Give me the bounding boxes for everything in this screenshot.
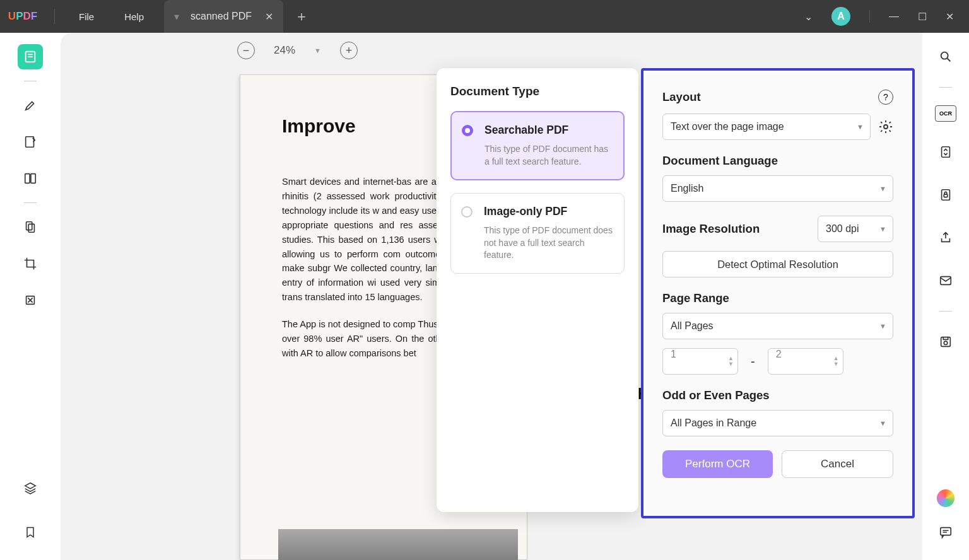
select-value: 300 dpi (826, 223, 859, 235)
separator (939, 311, 952, 312)
divider (869, 10, 870, 23)
svg-point-14 (944, 341, 948, 345)
radio-icon (462, 125, 473, 136)
page-to-input[interactable]: 2 ▲▼ (768, 348, 843, 375)
menu-file[interactable]: File (64, 11, 109, 22)
tab-marker-icon: ▾ (174, 11, 179, 23)
menu-help[interactable]: Help (109, 11, 159, 22)
zoom-out-button[interactable]: − (237, 42, 255, 59)
save-icon[interactable] (933, 329, 958, 354)
share-icon[interactable] (933, 225, 958, 250)
layout-label: Layout (662, 90, 701, 104)
svg-rect-5 (28, 224, 34, 232)
separator (24, 81, 37, 81)
zoom-value: 24% (274, 44, 295, 57)
svg-rect-3 (30, 174, 35, 184)
resolution-select[interactable]: 300 dpi ▼ (818, 216, 893, 242)
convert-icon[interactable] (933, 139, 958, 165)
perform-ocr-button[interactable]: Perform OCR (662, 450, 773, 478)
title-bar: UPDF File Help ▾ scanned PDF ✕ ＋ ⌄ A — ☐… (0, 0, 969, 33)
minimize-icon[interactable]: — (889, 11, 899, 22)
bookmark-icon[interactable] (18, 520, 43, 545)
svg-rect-10 (942, 190, 950, 201)
detect-resolution-button[interactable]: Detect Optimal Resolution (662, 251, 893, 277)
left-toolbar (0, 33, 61, 560)
doctype-description: This type of PDF document does not have … (484, 225, 614, 262)
tab-add-button[interactable]: ＋ (283, 7, 320, 26)
svg-rect-4 (26, 222, 32, 230)
page-from-input[interactable]: 1 ▲▼ (662, 348, 738, 375)
doctype-title: Image-only PDF (484, 205, 614, 218)
chevron-down-icon: ▼ (857, 123, 864, 131)
chevron-down-icon: ▼ (879, 419, 886, 427)
chevron-down-icon: ▼ (879, 322, 886, 330)
language-label: Document Language (662, 154, 893, 168)
page-range-label: Page Range (662, 291, 893, 305)
workspace: − 24% ▼ + Improve Smart devices and inte… (0, 33, 969, 560)
ocr-icon[interactable]: OCR (935, 105, 956, 122)
doctype-searchable[interactable]: Searchable PDF This type of PDF document… (450, 111, 625, 180)
doctype-description: This type of PDF document has a full tex… (484, 143, 613, 168)
organize-tool-icon[interactable] (18, 214, 43, 240)
panel-title: Document Type (450, 85, 625, 98)
chevron-down-icon[interactable]: ⌄ (804, 11, 813, 23)
layout-select[interactable]: Text over the page image ▼ (662, 114, 871, 140)
select-value: All Pages (671, 320, 714, 332)
window-close-icon[interactable]: ✕ (946, 11, 954, 23)
select-value: Text over the page image (671, 121, 784, 132)
separator (939, 87, 952, 88)
select-value: English (671, 183, 703, 194)
gear-icon[interactable] (878, 119, 893, 134)
svg-rect-9 (942, 147, 950, 158)
separator (24, 202, 37, 203)
brand-icon[interactable] (937, 489, 954, 507)
document-type-panel: Document Type Searchable PDF This type o… (437, 68, 638, 512)
redact-tool-icon[interactable] (18, 288, 43, 313)
page-range-select[interactable]: All Pages ▼ (662, 313, 893, 339)
comment-icon[interactable] (933, 520, 958, 545)
layers-icon[interactable] (18, 475, 43, 501)
edit-tool-icon[interactable] (18, 129, 43, 155)
zoom-in-button[interactable]: + (340, 42, 358, 59)
language-select[interactable]: English ▼ (662, 175, 893, 202)
odd-even-select[interactable]: All Pages in Range ▼ (662, 410, 893, 436)
close-icon[interactable]: ✕ (265, 11, 273, 23)
avatar[interactable]: A (831, 7, 850, 26)
ocr-settings-panel: Layout ? Text over the page image ▼ Docu… (641, 68, 915, 518)
app-logo: UPDF (0, 10, 45, 23)
spinner-icon[interactable]: ▲▼ (833, 356, 839, 367)
right-toolbar: OCR (922, 33, 969, 560)
chevron-down-icon: ▼ (879, 185, 886, 192)
doctype-image-only[interactable]: Image-only PDF This type of PDF document… (450, 193, 625, 274)
svg-point-7 (884, 125, 888, 129)
zoom-toolbar: − 24% ▼ + (237, 42, 358, 59)
chevron-down-icon: ▼ (879, 225, 886, 233)
maximize-icon[interactable]: ☐ (918, 11, 927, 23)
tab-title: scanned PDF (191, 11, 252, 22)
zoom-dropdown-icon[interactable]: ▼ (314, 47, 321, 54)
spinner-icon[interactable]: ▲▼ (728, 356, 734, 367)
range-dash: - (751, 354, 755, 369)
pages-tool-icon[interactable] (18, 166, 43, 191)
svg-rect-11 (944, 194, 948, 197)
doctype-title: Searchable PDF (484, 124, 613, 137)
svg-rect-2 (25, 174, 29, 184)
search-icon[interactable] (933, 44, 958, 69)
highlighter-tool-icon[interactable] (18, 93, 43, 118)
page-image (278, 529, 518, 560)
input-value: 2 (776, 349, 782, 359)
odd-even-label: Odd or Even Pages (662, 388, 893, 402)
reader-tool-icon[interactable] (18, 44, 43, 69)
email-icon[interactable] (933, 268, 958, 293)
divider (54, 9, 55, 24)
crop-tool-icon[interactable] (18, 251, 43, 276)
canvas-area: − 24% ▼ + Improve Smart devices and inte… (61, 33, 922, 560)
protect-icon[interactable] (933, 182, 958, 207)
tab-document[interactable]: ▾ scanned PDF ✕ (164, 0, 283, 33)
svg-rect-15 (941, 528, 951, 535)
select-value: All Pages in Range (671, 417, 756, 429)
input-value: 1 (671, 349, 676, 359)
radio-icon (461, 206, 473, 218)
cancel-button[interactable]: Cancel (782, 450, 893, 478)
help-icon[interactable]: ? (878, 90, 893, 105)
